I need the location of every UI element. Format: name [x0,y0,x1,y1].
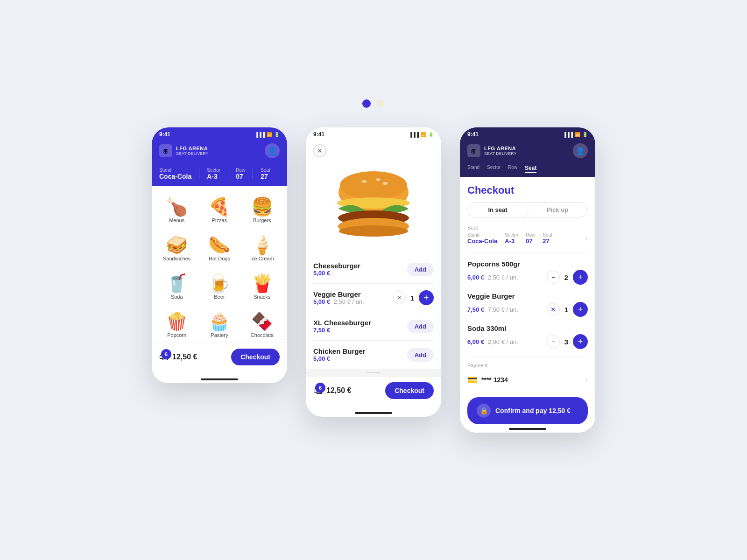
dot-inactive[interactable] [376,99,385,108]
stand-value: Coca-Cola [159,173,191,180]
order-item-veggieburger: Veggie Burger 7,50 € 7,50 € / un. ✕ 1 + [467,292,588,317]
payment-arrow[interactable]: › [585,376,588,384]
dot-active[interactable] [362,99,371,108]
logo-text: LFG ARENA SEAT DELIVERY [176,146,209,156]
screen1-status-icons: ▐▐▐ 📶 🔋 [255,132,280,137]
pizzas-icon: 🍕 [208,198,230,216]
signal-icon2: ▐▐▐ [409,132,419,137]
qty-minus-popcorns[interactable]: − [547,271,560,284]
checkout-stand-value: Coca-Cola [467,238,497,245]
tab-pickup[interactable]: Pick up [528,203,587,217]
signal-icon: ▐▐▐ [255,132,265,137]
screen2-status-icons: ▐▐▐ 📶 🔋 [409,132,434,137]
checkout-button2[interactable]: Checkout [385,382,434,399]
svg-point-2 [361,180,367,183]
burger-image [331,171,416,246]
category-pastery[interactable]: 🧁 Pastery [200,308,239,343]
checkout-title: Checkout [460,177,595,202]
sandwiches-icon: 🥪 [166,236,188,254]
add-button-xlcheeseburger[interactable]: Add [407,320,434,333]
order-item-soda: Soda 330ml 6,00 € 2,00 € / un. − 3 + [467,324,588,349]
screen1-home-bar [152,375,287,383]
soda-icon: 🥤 [166,274,188,292]
product-row-chickenburger: Chicken Burger 5,00 € Add [313,341,434,369]
user-avatar[interactable]: 👤 [265,143,280,158]
cart-info2: 🛍 6 12,50 € [313,385,351,396]
seat-arrow[interactable]: › [585,234,588,243]
cart-badge2: 6 [315,383,325,393]
qty-control-veggieburger: ✕ 1 + [393,290,434,305]
screen3-sector-col: Sector [487,165,500,171]
order-qty-popcorns: − 2 + [547,270,588,285]
screen3-seat-col: Seat [525,165,536,171]
category-icecream[interactable]: 🍦 Ice Cream [243,231,282,266]
burgers-icon: 🍔 [251,198,273,216]
product-row-veggieburger: Veggie Burger 5,00 € 2,50 € / un. ✕ 1 + [313,284,434,312]
sector-col: Sector A-3 [207,168,220,180]
wifi-icon2: 📶 [421,132,426,137]
beer-label: Beer [214,294,225,300]
snacks-icon: 🍟 [251,274,273,292]
qty-plus-veggieburger[interactable]: + [573,302,588,317]
order-per-popcorns: 2,50 € / un. [488,274,518,281]
category-popcorn[interactable]: 🍿 Popcorn [157,308,196,343]
order-price-soda: 6,00 € 2,00 € / un. [467,338,518,345]
card-number: **** 1234 [481,376,508,384]
screen3-stand-col: Stand [467,165,479,171]
qty-remove-veggieburger[interactable]: ✕ [393,291,406,304]
category-pizzas[interactable]: 🍕 Pizzas [200,193,239,228]
soda-label: Soda [171,294,183,300]
screen3-seat-info: Stand Sector Row Seat [460,163,595,177]
chocolats-icon: 🍫 [251,313,273,330]
screen1-app-header: 🏟 LFG ARENA SEAT DELIVERY 👤 [152,140,287,165]
chocolats-label: Chocolats [251,332,274,338]
popcorn-label: Popcorn [167,332,186,338]
tab-inseat[interactable]: In seat [468,203,528,217]
close-button[interactable]: ✕ [313,144,326,157]
category-sandwiches[interactable]: 🥪 Sandwiches [157,231,196,266]
category-soda[interactable]: 🥤 Soda [157,270,196,304]
checkout-row: Row 07 [526,232,535,245]
product-row-xlcheeseburger: XL Cheeseburger 7,50 € Add [313,312,434,341]
category-beer[interactable]: 🍺 Beer [200,270,239,304]
qty-x-veggieburger[interactable]: ✕ [547,303,560,316]
product-list: Cheeseburger 5,00 € Add Veggie Burger 5,… [306,255,441,369]
checkout-button[interactable]: Checkout [231,349,280,365]
screen3-stand-label: Stand [467,165,479,170]
product-price-veggieburger: 5,00 € 2,50 € / un. [313,298,364,305]
category-menus[interactable]: 🍗 Menus [157,193,196,228]
screen3-status-icons: ▐▐▐ 📶 🔋 [563,132,588,137]
user-avatar3[interactable]: 👤 [573,143,588,158]
seat-section-label: Seat [467,225,588,231]
category-grid: 🍗 Menus 🍕 Pizzas 🍔 Burgers 🥪 Sandwiches … [157,193,282,343]
qty-plus-popcorns[interactable]: + [573,270,588,285]
snacks-label: Snacks [254,294,270,300]
qty-plus-soda[interactable]: + [573,334,588,349]
order-name-veggieburger: Veggie Burger [467,292,588,300]
checkout-seat-label: Seat [543,232,552,238]
qty-minus-soda[interactable]: − [547,335,560,348]
screen1-time: 9:41 [159,131,170,138]
wifi-icon: 📶 [267,132,272,137]
screen3-app-header: 🏟 LFG ARENA SEAT DELIVERY 👤 [460,140,595,163]
checkout-body: Seat Stand Coca-Cola Sector A-3 Row 07 [460,225,595,390]
add-button-cheeseburger[interactable]: Add [407,263,434,276]
category-snacks[interactable]: 🍟 Snacks [243,270,282,304]
category-burgers[interactable]: 🍔 Burgers [243,193,282,228]
confirm-pay-button[interactable]: 🔒 Confirm and pay 12,50 € [467,397,588,424]
category-hotdogs[interactable]: 🌭 Hot Dogs [200,231,239,266]
category-chocolats[interactable]: 🍫 Chocolats [243,308,282,343]
product-info-chickenburger: Chicken Burger 5,00 € [313,347,366,362]
checkout-seat: Seat 27 [543,232,552,245]
screen1-status-bar: 9:41 ▐▐▐ 📶 🔋 [152,127,287,140]
qty-num-veggieburger: 1 [409,294,416,302]
screen3-sector-label: Sector [487,165,500,170]
add-button-chickenburger[interactable]: Add [407,348,434,362]
menus-label: Menus [169,217,184,223]
product-price-xlcheeseburger: 7,50 € [313,327,371,334]
product-name-chickenburger: Chicken Burger [313,347,366,355]
scroll-indicator [306,369,441,376]
qty-plus-veggieburger[interactable]: + [419,290,434,305]
product-name-veggieburger: Veggie Burger [313,290,364,298]
product-info-veggieburger: Veggie Burger 5,00 € 2,50 € / un. [313,290,364,305]
